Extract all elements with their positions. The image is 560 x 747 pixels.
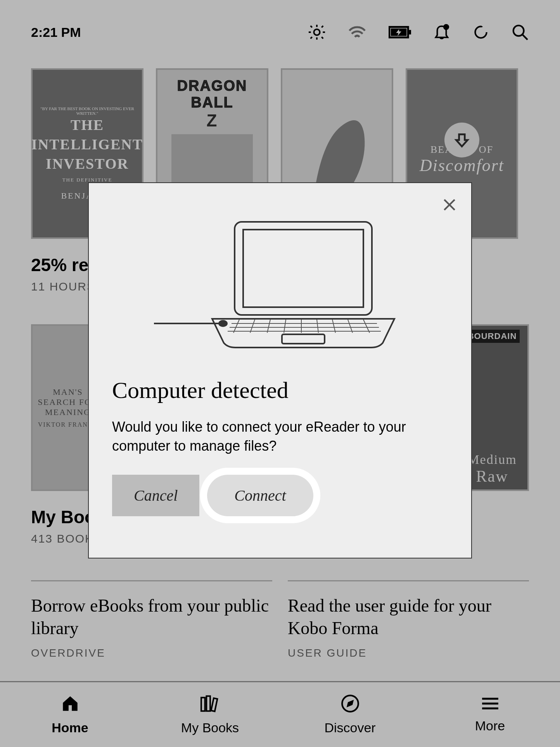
close-icon[interactable] — [442, 197, 457, 214]
notifications-icon[interactable] — [433, 23, 451, 41]
connect-button[interactable]: Connect — [207, 475, 313, 516]
compass-icon — [340, 694, 360, 716]
wifi-icon[interactable] — [347, 24, 367, 40]
svg-line-6 — [321, 37, 323, 38]
home-icon — [60, 694, 80, 716]
svg-line-14 — [522, 35, 527, 40]
svg-point-25 — [219, 321, 227, 326]
svg-line-37 — [332, 320, 335, 333]
userguide-tile[interactable]: Read the user guide for your Kobo Forma … — [288, 580, 529, 659]
brightness-icon[interactable] — [308, 23, 326, 41]
sync-icon[interactable] — [472, 24, 489, 41]
svg-line-33 — [267, 320, 270, 333]
svg-line-32 — [250, 320, 255, 333]
svg-rect-16 — [206, 696, 210, 711]
svg-rect-15 — [201, 698, 205, 711]
dialog-title: Computer detected — [112, 377, 448, 404]
nav-more[interactable]: More — [420, 682, 560, 747]
svg-line-39 — [363, 320, 370, 333]
svg-line-5 — [311, 26, 312, 28]
svg-line-36 — [317, 320, 318, 333]
svg-rect-40 — [282, 334, 325, 344]
svg-point-13 — [513, 26, 524, 36]
battery-charging-icon — [389, 26, 411, 39]
svg-point-12 — [444, 25, 449, 29]
svg-line-34 — [284, 320, 286, 333]
svg-rect-17 — [211, 698, 217, 711]
bottom-nav: Home My Books Discover More — [0, 681, 560, 747]
svg-point-0 — [314, 29, 320, 35]
nav-home[interactable]: Home — [0, 682, 140, 747]
status-icons — [308, 23, 529, 41]
svg-rect-26 — [235, 222, 372, 315]
laptop-icon — [112, 218, 448, 350]
overdrive-tile[interactable]: Borrow eBooks from your public library O… — [31, 580, 272, 659]
nav-mybooks[interactable]: My Books — [140, 682, 280, 747]
nav-discover[interactable]: Discover — [280, 682, 420, 747]
download-icon[interactable] — [444, 123, 479, 157]
svg-line-8 — [311, 37, 312, 38]
menu-icon — [480, 696, 500, 714]
computer-detected-dialog: Computer detected Would you like to conn… — [88, 182, 472, 559]
status-bar: 2:21 PM — [0, 0, 560, 53]
clock-label: 2:21 PM — [31, 25, 81, 40]
svg-line-7 — [321, 26, 323, 28]
books-icon — [200, 694, 221, 716]
cancel-button[interactable]: Cancel — [112, 475, 199, 516]
dialog-body: Would you like to connect your eReader t… — [112, 418, 448, 455]
svg-line-31 — [233, 320, 239, 333]
svg-line-38 — [348, 320, 353, 333]
svg-rect-27 — [243, 230, 363, 307]
svg-rect-10 — [409, 30, 411, 35]
search-icon[interactable] — [511, 23, 529, 41]
